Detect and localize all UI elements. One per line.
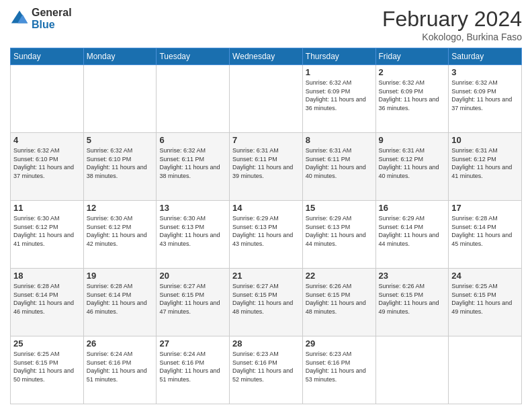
day-number: 29 xyxy=(306,338,373,349)
day-number: 25 xyxy=(13,338,81,349)
day-info: Sunrise: 6:26 AMSunset: 6:15 PMDaylight:… xyxy=(379,282,446,316)
day-info: Sunrise: 6:32 AMSunset: 6:10 PMDaylight:… xyxy=(87,146,154,180)
week-row-4: 18Sunrise: 6:28 AMSunset: 6:14 PMDayligh… xyxy=(11,269,522,336)
weekday-header-thursday: Thursday xyxy=(302,48,375,65)
calendar-cell xyxy=(449,336,522,404)
weekday-header-row: SundayMondayTuesdayWednesdayThursdayFrid… xyxy=(11,48,522,65)
calendar-cell: 1Sunrise: 6:32 AMSunset: 6:09 PMDaylight… xyxy=(302,65,375,133)
calendar-cell: 20Sunrise: 6:27 AMSunset: 6:15 PMDayligh… xyxy=(157,269,230,336)
calendar-cell xyxy=(230,65,303,133)
day-info: Sunrise: 6:32 AMSunset: 6:10 PMDaylight:… xyxy=(13,146,81,180)
calendar-cell: 16Sunrise: 6:29 AMSunset: 6:14 PMDayligh… xyxy=(375,201,449,269)
calendar-cell: 26Sunrise: 6:24 AMSunset: 6:16 PMDayligh… xyxy=(83,336,157,404)
day-number: 14 xyxy=(232,203,300,213)
title-block: February 2024 Kokologo, Burkina Faso xyxy=(382,7,522,42)
logo-icon xyxy=(10,9,29,28)
day-number: 22 xyxy=(306,271,373,281)
day-number: 6 xyxy=(159,135,226,145)
day-number: 28 xyxy=(232,338,300,349)
day-info: Sunrise: 6:30 AMSunset: 6:12 PMDaylight:… xyxy=(87,214,154,248)
calendar-cell: 28Sunrise: 6:23 AMSunset: 6:16 PMDayligh… xyxy=(230,336,303,404)
day-number: 1 xyxy=(306,67,373,77)
day-number: 4 xyxy=(13,135,81,145)
day-number: 12 xyxy=(87,203,154,213)
day-number: 9 xyxy=(379,135,446,145)
calendar-cell: 21Sunrise: 6:27 AMSunset: 6:15 PMDayligh… xyxy=(230,269,303,336)
header: General Blue February 2024 Kokologo, Bur… xyxy=(10,7,522,42)
day-info: Sunrise: 6:32 AMSunset: 6:09 PMDaylight:… xyxy=(379,79,446,112)
calendar-cell: 13Sunrise: 6:30 AMSunset: 6:13 PMDayligh… xyxy=(157,201,230,269)
calendar-cell: 5Sunrise: 6:32 AMSunset: 6:10 PMDaylight… xyxy=(83,133,157,201)
calendar-cell xyxy=(157,65,230,133)
day-number: 18 xyxy=(13,271,81,281)
day-number: 10 xyxy=(451,135,519,145)
day-info: Sunrise: 6:27 AMSunset: 6:15 PMDaylight:… xyxy=(232,282,300,316)
day-number: 17 xyxy=(451,203,519,213)
logo: General Blue xyxy=(10,7,72,30)
day-info: Sunrise: 6:28 AMSunset: 6:14 PMDaylight:… xyxy=(451,214,519,248)
month-title: February 2024 xyxy=(382,7,522,32)
day-info: Sunrise: 6:29 AMSunset: 6:13 PMDaylight:… xyxy=(306,214,373,248)
calendar-cell xyxy=(375,336,449,404)
calendar-cell: 14Sunrise: 6:29 AMSunset: 6:13 PMDayligh… xyxy=(230,201,303,269)
calendar-cell xyxy=(83,65,157,133)
day-number: 13 xyxy=(159,203,226,213)
day-info: Sunrise: 6:31 AMSunset: 6:12 PMDaylight:… xyxy=(379,146,446,180)
weekday-header-sunday: Sunday xyxy=(11,48,84,65)
day-number: 19 xyxy=(87,271,154,281)
day-info: Sunrise: 6:31 AMSunset: 6:12 PMDaylight:… xyxy=(451,146,519,180)
page: General Blue February 2024 Kokologo, Bur… xyxy=(0,0,532,411)
logo-blue: Blue xyxy=(32,19,55,30)
calendar-cell: 29Sunrise: 6:23 AMSunset: 6:16 PMDayligh… xyxy=(302,336,375,404)
weekday-header-friday: Friday xyxy=(375,48,449,65)
weekday-header-tuesday: Tuesday xyxy=(157,48,230,65)
day-info: Sunrise: 6:32 AMSunset: 6:09 PMDaylight:… xyxy=(306,79,373,112)
weekday-header-saturday: Saturday xyxy=(449,48,522,65)
logo-text: General Blue xyxy=(32,7,72,30)
calendar-cell: 22Sunrise: 6:26 AMSunset: 6:15 PMDayligh… xyxy=(302,269,375,336)
day-number: 5 xyxy=(87,135,154,145)
weekday-header-wednesday: Wednesday xyxy=(230,48,303,65)
calendar-cell: 11Sunrise: 6:30 AMSunset: 6:12 PMDayligh… xyxy=(11,201,84,269)
day-info: Sunrise: 6:25 AMSunset: 6:15 PMDaylight:… xyxy=(451,282,519,316)
day-info: Sunrise: 6:32 AMSunset: 6:09 PMDaylight:… xyxy=(451,79,519,112)
day-number: 15 xyxy=(306,203,373,213)
day-info: Sunrise: 6:28 AMSunset: 6:14 PMDaylight:… xyxy=(13,282,81,316)
week-row-1: 1Sunrise: 6:32 AMSunset: 6:09 PMDaylight… xyxy=(11,65,522,133)
calendar-cell: 27Sunrise: 6:24 AMSunset: 6:16 PMDayligh… xyxy=(157,336,230,404)
calendar-cell: 25Sunrise: 6:25 AMSunset: 6:15 PMDayligh… xyxy=(11,336,84,404)
day-number: 26 xyxy=(87,338,154,349)
calendar-cell: 23Sunrise: 6:26 AMSunset: 6:15 PMDayligh… xyxy=(375,269,449,336)
calendar-cell: 19Sunrise: 6:28 AMSunset: 6:14 PMDayligh… xyxy=(83,269,157,336)
calendar-cell: 10Sunrise: 6:31 AMSunset: 6:12 PMDayligh… xyxy=(449,133,522,201)
day-number: 21 xyxy=(232,271,300,281)
day-number: 20 xyxy=(159,271,226,281)
day-number: 11 xyxy=(13,203,81,213)
day-number: 23 xyxy=(379,271,446,281)
day-info: Sunrise: 6:27 AMSunset: 6:15 PMDaylight:… xyxy=(159,282,226,316)
day-number: 2 xyxy=(379,67,446,77)
day-info: Sunrise: 6:30 AMSunset: 6:13 PMDaylight:… xyxy=(159,214,226,248)
day-info: Sunrise: 6:29 AMSunset: 6:13 PMDaylight:… xyxy=(232,214,300,248)
weekday-header-monday: Monday xyxy=(83,48,157,65)
week-row-2: 4Sunrise: 6:32 AMSunset: 6:10 PMDaylight… xyxy=(11,133,522,201)
day-info: Sunrise: 6:24 AMSunset: 6:16 PMDaylight:… xyxy=(159,350,226,383)
logo-general: General xyxy=(32,7,72,18)
week-row-3: 11Sunrise: 6:30 AMSunset: 6:12 PMDayligh… xyxy=(11,201,522,269)
day-info: Sunrise: 6:23 AMSunset: 6:16 PMDaylight:… xyxy=(232,350,300,383)
calendar-cell: 15Sunrise: 6:29 AMSunset: 6:13 PMDayligh… xyxy=(302,201,375,269)
day-info: Sunrise: 6:30 AMSunset: 6:12 PMDaylight:… xyxy=(13,214,81,248)
calendar-cell: 4Sunrise: 6:32 AMSunset: 6:10 PMDaylight… xyxy=(11,133,84,201)
calendar-cell: 8Sunrise: 6:31 AMSunset: 6:11 PMDaylight… xyxy=(302,133,375,201)
calendar-cell xyxy=(11,65,84,133)
day-number: 24 xyxy=(451,271,519,281)
day-info: Sunrise: 6:32 AMSunset: 6:11 PMDaylight:… xyxy=(159,146,226,180)
calendar-cell: 17Sunrise: 6:28 AMSunset: 6:14 PMDayligh… xyxy=(449,201,522,269)
calendar-cell: 12Sunrise: 6:30 AMSunset: 6:12 PMDayligh… xyxy=(83,201,157,269)
calendar-cell: 6Sunrise: 6:32 AMSunset: 6:11 PMDaylight… xyxy=(157,133,230,201)
day-info: Sunrise: 6:26 AMSunset: 6:15 PMDaylight:… xyxy=(306,282,373,316)
calendar-cell: 3Sunrise: 6:32 AMSunset: 6:09 PMDaylight… xyxy=(449,65,522,133)
day-info: Sunrise: 6:23 AMSunset: 6:16 PMDaylight:… xyxy=(306,350,373,383)
calendar-cell: 7Sunrise: 6:31 AMSunset: 6:11 PMDaylight… xyxy=(230,133,303,201)
day-info: Sunrise: 6:25 AMSunset: 6:15 PMDaylight:… xyxy=(13,350,81,383)
